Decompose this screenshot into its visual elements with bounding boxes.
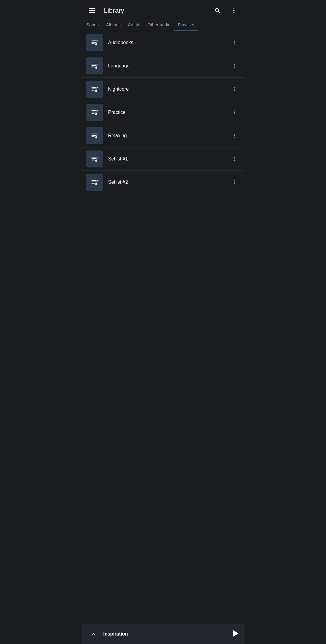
- more-vertical-icon: [231, 40, 237, 46]
- list-item[interactable]: Nightcore: [82, 78, 245, 101]
- list-item[interactable]: Relaxing: [82, 124, 245, 147]
- bottom-player[interactable]: Inspiration: [82, 624, 245, 644]
- page-title: Library: [104, 7, 124, 15]
- playlist-icon: [91, 85, 99, 93]
- play-button[interactable]: [233, 630, 238, 638]
- tab-playlists[interactable]: Playlists: [174, 19, 198, 31]
- playlist-more-button[interactable]: [229, 107, 240, 118]
- header-left: Library: [86, 6, 124, 15]
- playlist-thumbnail: [86, 104, 103, 121]
- playlist-name: Setlist #1: [108, 156, 229, 162]
- list-item[interactable]: Language: [82, 54, 245, 78]
- playlist-icon: [91, 108, 99, 117]
- tab-albums[interactable]: Albums: [102, 19, 124, 31]
- playlist-name: Audiobooks: [108, 40, 229, 45]
- playlist-icon: [91, 155, 99, 163]
- playlist-thumbnail: [86, 57, 103, 74]
- playlist-name: Practice: [108, 110, 229, 115]
- playlist-icon: [91, 178, 99, 186]
- playlist-more-button[interactable]: [229, 60, 240, 71]
- playlist-more-button[interactable]: [229, 84, 240, 95]
- list-item[interactable]: Setlist #1: [82, 147, 245, 171]
- playlist-icon: [91, 38, 99, 47]
- playlist-thumbnail: [86, 174, 103, 191]
- more-vertical-icon: [231, 133, 237, 139]
- list-item[interactable]: Practice: [82, 101, 245, 124]
- tab-songs[interactable]: Songs: [83, 19, 102, 31]
- list-item[interactable]: Audiobooks: [82, 31, 245, 54]
- player-track-title: Inspiration: [103, 631, 128, 637]
- more-vertical-icon: [231, 109, 237, 115]
- playlist-thumbnail: [86, 127, 103, 144]
- app-header: Library: [82, 0, 245, 19]
- tab-other-audio[interactable]: Other audio: [144, 19, 174, 31]
- search-button[interactable]: [212, 5, 223, 16]
- playlist-icon: [91, 62, 99, 70]
- more-vertical-icon: [231, 63, 237, 69]
- more-vertical-icon: [231, 7, 237, 14]
- play-icon: [233, 630, 238, 637]
- playlist-thumbnail: [86, 34, 103, 51]
- tabs-container: Songs Albums Artists Other audio Playlis…: [82, 19, 245, 31]
- playlist-more-button[interactable]: [229, 130, 240, 141]
- list-item[interactable]: Setlist #2: [82, 171, 245, 194]
- overflow-menu-button[interactable]: [228, 5, 240, 16]
- playlist-name: Setlist #2: [108, 180, 229, 185]
- hamburger-icon: [89, 8, 95, 13]
- playlist-icon: [91, 131, 99, 140]
- playlist-more-button[interactable]: [229, 177, 240, 188]
- header-actions: [212, 5, 240, 16]
- tab-artists[interactable]: Artists: [124, 19, 144, 31]
- chevron-up-icon: [90, 631, 97, 637]
- menu-button[interactable]: [86, 6, 98, 15]
- playlist-more-button[interactable]: [229, 154, 240, 164]
- player-left: Inspiration: [88, 628, 128, 640]
- playlist-name: Relaxing: [108, 133, 229, 138]
- playlist-thumbnail: [86, 150, 103, 167]
- playlist-thumbnail: [86, 81, 103, 98]
- playlist-more-button[interactable]: [229, 37, 240, 48]
- playlist-list: Audiobooks Language Nightcore: [82, 31, 245, 194]
- expand-player-button[interactable]: [88, 628, 99, 640]
- more-vertical-icon: [231, 179, 237, 185]
- playlist-name: Language: [108, 63, 229, 69]
- search-icon: [214, 7, 221, 14]
- playlist-name: Nightcore: [108, 86, 229, 92]
- more-vertical-icon: [231, 156, 237, 162]
- more-vertical-icon: [231, 86, 237, 92]
